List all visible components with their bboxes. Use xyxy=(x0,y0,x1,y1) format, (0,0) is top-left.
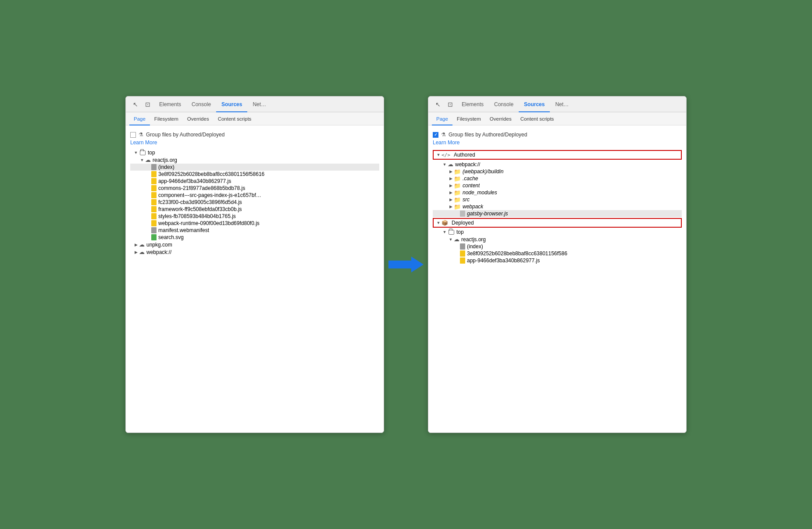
right-deployed-file1[interactable]: 3e8f09252b6028beb8baf8cc63801156f586 xyxy=(433,250,682,257)
right-tree-gatsby[interactable]: gatsby-browser.js xyxy=(433,210,682,217)
right-tree-cache[interactable]: 📁 .cache xyxy=(433,175,682,182)
right-deployed-index[interactable]: (index) xyxy=(433,243,682,250)
right-tree-content[interactable]: 📁 content xyxy=(433,182,682,189)
right-tree-node-modules[interactable]: 📁 node_modules xyxy=(433,189,682,196)
right-deployed-reactjs[interactable]: ☁ reactjs.org xyxy=(433,236,682,243)
right-subtab-content-scripts[interactable]: Content scripts xyxy=(516,112,559,125)
left-cursor-icon[interactable]: ↖ xyxy=(129,98,142,111)
left-label-index: (index) xyxy=(158,164,175,170)
right-group-checkbox[interactable] xyxy=(433,132,438,138)
right-authored-header[interactable]: </> Authored xyxy=(433,150,682,160)
left-triangle-reactjs xyxy=(139,157,145,163)
right-label-buildin: (webpack)/buildin xyxy=(463,168,503,175)
right-triangle-cache xyxy=(448,175,454,182)
left-tree-file1[interactable]: 3e8f09252b6028beb8baf8cc63801156f58616 xyxy=(130,171,379,178)
left-label-reactjs: reactjs.org xyxy=(153,157,177,163)
right-group-files-row: ⚗ Group files by Authored/Deployed xyxy=(433,129,682,139)
right-label-dep-file1: 3e8f09252b6028beb8baf8cc63801156f586 xyxy=(467,250,567,257)
left-file-3 xyxy=(151,185,157,191)
left-tree-manifest[interactable]: manifest.webmanifest xyxy=(130,227,379,234)
left-cloud-webpack: ☁ xyxy=(139,249,145,255)
left-tab-network[interactable]: Net… xyxy=(247,97,271,112)
right-file-gatsby xyxy=(460,211,465,217)
left-tree-file2[interactable]: app-9466def3ba340b862977.js xyxy=(130,178,379,185)
right-tree-webpack-folder[interactable]: 📁 webpack xyxy=(433,203,682,210)
left-label-manifest: manifest.webmanifest xyxy=(158,227,209,233)
right-label-webpack: webpack:// xyxy=(455,161,480,168)
right-deployed-file2[interactable]: app-9466def3ba340b862977.js xyxy=(433,257,682,264)
left-learn-more-link[interactable]: Learn More xyxy=(130,139,379,149)
right-file-dep-index xyxy=(460,243,465,250)
left-device-icon[interactable]: ⊡ xyxy=(142,98,154,111)
left-tree-webpack[interactable]: ☁ webpack:// xyxy=(130,248,379,256)
right-label-dep-reactjs: reactjs.org xyxy=(461,236,486,243)
left-tree-file3[interactable]: commons-21f8977ade868b5bdb78.js xyxy=(130,185,379,192)
right-triangle-buildin xyxy=(448,168,454,175)
left-file-2 xyxy=(151,178,157,184)
right-triangle-webpack xyxy=(442,161,448,168)
left-subtab-overrides[interactable]: Overrides xyxy=(183,112,214,125)
left-tree-file7[interactable]: styles-fb708593b484b04b1765.js xyxy=(130,213,379,220)
left-subtab-content-scripts[interactable]: Content scripts xyxy=(214,112,256,125)
left-tree-file4[interactable]: component---src-pages-index-js-e1c657bf… xyxy=(130,192,379,199)
left-tree-file6[interactable]: framework-ff9c508ebfda0f33cb0b.js xyxy=(130,206,379,213)
right-subtab-filesystem[interactable]: Filesystem xyxy=(452,112,485,125)
right-deployed-header[interactable]: 📦 Deployed xyxy=(433,218,682,228)
right-learn-more-link[interactable]: Learn More xyxy=(433,139,682,149)
right-triangle-dep-file2 xyxy=(454,257,460,264)
screenshot-container: ↖ ⊡ Elements Console Sources Net… Page F… xyxy=(90,70,722,459)
left-tab-elements[interactable]: Elements xyxy=(154,97,186,112)
right-tree-webpack[interactable]: ☁ webpack:// xyxy=(433,161,682,168)
left-folder-outline-top xyxy=(139,150,146,156)
left-file-svg xyxy=(151,234,157,240)
left-tree-reactjs[interactable]: ☁ reactjs.org xyxy=(130,156,379,164)
left-tree-top[interactable]: top xyxy=(130,149,379,156)
left-cloud-unpkg: ☁ xyxy=(139,241,145,248)
right-tab-sources[interactable]: Sources xyxy=(519,97,550,112)
left-tab-sources[interactable]: Sources xyxy=(216,97,247,112)
right-device-icon[interactable]: ⊡ xyxy=(444,98,456,111)
left-label-file5: fc233f00-cba3d9005c3896f6d5d4.js xyxy=(158,199,242,205)
right-tab-console[interactable]: Console xyxy=(489,97,519,112)
right-subtab-overrides[interactable]: Overrides xyxy=(485,112,516,125)
left-group-checkbox[interactable] xyxy=(130,132,136,138)
left-sub-tabs: Page Filesystem Overrides Content script… xyxy=(126,112,384,125)
right-tree-src[interactable]: 📁 src xyxy=(433,196,682,203)
left-label-webpack: webpack:// xyxy=(146,249,171,255)
right-tab-network[interactable]: Net… xyxy=(550,97,574,112)
right-triangle-node-modules xyxy=(448,189,454,196)
left-triangle-manifest xyxy=(145,227,151,233)
left-group-files-label: Group files by Authored/Deployed xyxy=(146,132,224,138)
left-triangle-file4 xyxy=(145,192,151,198)
left-triangle-file3 xyxy=(145,185,151,191)
right-tab-elements[interactable]: Elements xyxy=(456,97,489,112)
right-label-dep-top: top xyxy=(456,229,464,235)
left-cloud-reactjs: ☁ xyxy=(145,157,151,163)
left-tree-file8[interactable]: webpack-runtime-090f00ed13bd69fd80f0.js xyxy=(130,220,379,227)
right-cursor-icon[interactable]: ↖ xyxy=(432,98,444,111)
right-deployed-top[interactable]: top xyxy=(433,229,682,236)
right-subtab-page[interactable]: Page xyxy=(432,112,452,125)
left-triangle-index xyxy=(145,164,151,170)
left-label-file7: styles-fb708593b484b04b1765.js xyxy=(158,213,236,219)
left-tab-console[interactable]: Console xyxy=(186,97,216,112)
left-file-6 xyxy=(151,206,157,212)
right-top-tabs: ↖ ⊡ Elements Console Sources Net… xyxy=(428,97,686,112)
right-triangle-dep-file1 xyxy=(454,250,460,257)
left-tree-svg[interactable]: search.svg xyxy=(130,234,379,241)
arrow-container xyxy=(384,257,428,272)
left-file-1 xyxy=(151,171,157,177)
right-label-content: content xyxy=(463,182,480,189)
right-tree-buildin[interactable]: 📁 (webpack)/buildin xyxy=(433,168,682,175)
left-tree-index[interactable]: (index) xyxy=(130,164,379,171)
left-subtab-filesystem[interactable]: Filesystem xyxy=(150,112,183,125)
left-group-files-row: ⚗ Group files by Authored/Deployed xyxy=(130,129,379,139)
left-subtab-page[interactable]: Page xyxy=(129,112,150,125)
left-tree-unpkg[interactable]: ☁ unpkg.com xyxy=(130,241,379,248)
left-triangle-top xyxy=(133,150,139,156)
right-triangle-dep-index xyxy=(454,243,460,250)
right-cloud-dep-reactjs: ☁ xyxy=(454,236,459,243)
left-tree-file5[interactable]: fc233f00-cba3d9005c3896f6d5d4.js xyxy=(130,199,379,206)
left-triangle-file6 xyxy=(145,206,151,212)
right-funnel-icon: ⚗ xyxy=(441,132,446,138)
